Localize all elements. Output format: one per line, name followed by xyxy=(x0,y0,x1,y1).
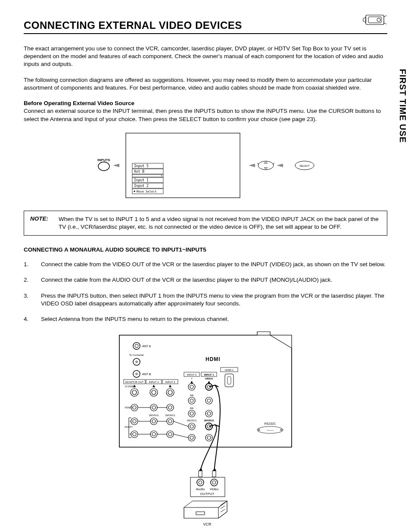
svg-point-82 xyxy=(133,406,136,409)
svg-point-88 xyxy=(190,412,193,415)
side-tab: FIRST TIME USE xyxy=(398,69,408,143)
svg-point-104 xyxy=(188,423,195,430)
svg-text:Y: Y xyxy=(191,377,193,380)
svg-point-66 xyxy=(150,389,158,396)
svg-text:(MONO): (MONO) xyxy=(165,414,175,417)
svg-text:Input 1: Input 1 xyxy=(134,178,149,182)
svg-point-99 xyxy=(133,420,136,423)
svg-marker-13 xyxy=(161,175,162,176)
svg-line-110 xyxy=(174,421,188,426)
svg-point-71 xyxy=(190,385,193,389)
step-2: Connect the cable from the AUDIO OUT of … xyxy=(24,276,387,284)
svg-text:Input 2: Input 2 xyxy=(134,184,149,188)
svg-text:HDMI: HDMI xyxy=(206,356,221,362)
svg-text:INPUT 1: INPUT 1 xyxy=(204,373,214,376)
svg-point-135 xyxy=(197,479,204,486)
svg-text:(MONO): (MONO) xyxy=(187,419,197,422)
back-panel-diagram: ANT A To Converter ANT B HDMI HDMI 1 MON… xyxy=(24,331,387,529)
svg-point-136 xyxy=(199,481,202,484)
svg-point-119 xyxy=(188,434,195,441)
svg-point-76 xyxy=(190,399,193,402)
svg-point-90 xyxy=(207,412,211,415)
svg-point-32 xyxy=(133,342,140,349)
svg-text:• • • • •: • • • • • xyxy=(267,429,274,432)
svg-point-103 xyxy=(168,420,172,423)
before-text: Connect an external source to the INPUT … xyxy=(24,108,381,122)
svg-point-33 xyxy=(135,344,138,348)
note-box: NOTE: When the TV is set to INPUT 1 to 5… xyxy=(24,211,387,236)
svg-text:VIDEO: VIDEO xyxy=(205,377,213,380)
svg-point-67 xyxy=(152,390,156,395)
svg-rect-12 xyxy=(132,174,163,177)
svg-text:MONITOR OUT: MONITOR OUT xyxy=(125,381,144,383)
svg-point-129 xyxy=(280,429,282,431)
note-text: When the TV is set to INPUT 1 to 5 and a… xyxy=(59,215,381,231)
svg-text:Ant B: Ant B xyxy=(134,170,144,174)
svg-point-78 xyxy=(207,399,211,402)
svg-text:INPUT 2: INPUT 2 xyxy=(187,373,197,376)
svg-text:ANT A: ANT A xyxy=(142,345,151,348)
svg-text:Move     Select: Move Select xyxy=(137,190,156,193)
svg-point-85 xyxy=(167,404,174,411)
svg-marker-134 xyxy=(213,468,216,471)
svg-text:OUTPUT: OUTPUT xyxy=(200,492,215,496)
svg-point-83 xyxy=(150,404,157,411)
svg-rect-31 xyxy=(119,335,292,447)
svg-point-86 xyxy=(168,406,172,409)
svg-text:VIDEO: VIDEO xyxy=(125,406,133,409)
intro-para-1: The exact arrangement you use to connect… xyxy=(24,45,387,68)
svg-point-84 xyxy=(152,406,156,409)
before-operating: Before Operating External Video Source C… xyxy=(24,100,387,123)
inputs-label: INPUTS xyxy=(97,158,110,162)
svg-rect-1 xyxy=(368,17,381,23)
svg-point-115 xyxy=(150,431,157,438)
svg-point-122 xyxy=(207,436,211,439)
svg-text:INPUT 3: INPUT 3 xyxy=(165,381,176,383)
svg-point-117 xyxy=(167,431,174,438)
svg-line-4 xyxy=(384,23,386,24)
svg-point-75 xyxy=(188,397,195,404)
svg-point-100 xyxy=(150,418,157,425)
svg-text:INPUT 4: INPUT 4 xyxy=(149,381,159,383)
svg-point-137 xyxy=(211,479,218,486)
svg-text:PR: PR xyxy=(190,407,194,410)
note-label: NOTE: xyxy=(30,215,48,231)
step-1: Connect the cable from the VIDEO OUT of … xyxy=(24,261,387,268)
svg-rect-45 xyxy=(227,376,231,384)
svg-marker-27 xyxy=(277,164,283,167)
svg-point-87 xyxy=(188,410,195,417)
page-title: CONNECTING EXTERNAL VIDEO DEVICES xyxy=(24,19,387,31)
svg-marker-59 xyxy=(169,385,171,387)
svg-point-128 xyxy=(258,429,260,431)
svg-marker-62 xyxy=(190,381,193,383)
svg-marker-6 xyxy=(113,164,119,167)
svg-point-39 xyxy=(136,373,137,375)
svg-point-121 xyxy=(206,434,212,441)
svg-point-77 xyxy=(206,397,212,404)
step-3: Press the INPUTS button, then select INP… xyxy=(24,292,387,308)
svg-point-116 xyxy=(152,432,156,436)
svg-marker-24 xyxy=(264,168,268,169)
svg-point-2 xyxy=(377,18,380,22)
svg-rect-132 xyxy=(212,471,216,477)
svg-point-101 xyxy=(152,420,156,423)
svg-point-70 xyxy=(188,383,195,390)
svg-point-36 xyxy=(133,358,140,365)
svg-point-113 xyxy=(131,431,138,438)
svg-point-114 xyxy=(133,432,136,436)
monaural-heading: CONNECTING A MONAURAL AUDIO SOURCE TO IN… xyxy=(24,246,387,253)
svg-point-89 xyxy=(206,410,212,417)
projector-icon xyxy=(362,11,387,30)
svg-marker-58 xyxy=(153,385,155,387)
svg-point-102 xyxy=(167,418,174,425)
svg-point-138 xyxy=(212,481,216,484)
svg-text:Video: Video xyxy=(210,487,219,491)
svg-line-3 xyxy=(384,16,386,17)
svg-text:PB: PB xyxy=(190,394,193,397)
svg-point-120 xyxy=(190,436,193,439)
svg-text:(MONO): (MONO) xyxy=(149,414,159,417)
svg-text:To Converter: To Converter xyxy=(129,354,144,356)
svg-marker-20 xyxy=(134,190,135,192)
svg-text:ANT B: ANT B xyxy=(142,373,151,376)
svg-marker-133 xyxy=(199,468,202,471)
